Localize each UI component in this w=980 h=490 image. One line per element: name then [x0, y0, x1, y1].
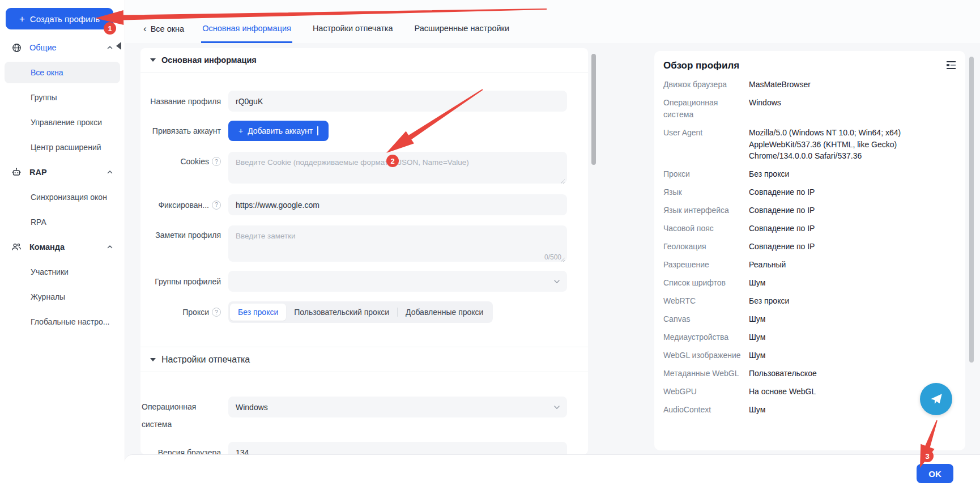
proxy-label: Прокси ?	[142, 301, 221, 323]
overview-row-label: Разрешение	[663, 259, 744, 271]
sidebar-section-label: Общие	[29, 43, 99, 52]
create-profile-button[interactable]: + Создать профиль	[6, 8, 113, 29]
cookies-textarea[interactable]	[228, 152, 567, 184]
sidebar-section-3-header[interactable]: Команда	[0, 235, 125, 259]
overview-row-value: Шум	[744, 277, 956, 289]
help-icon[interactable]: ?	[212, 157, 221, 166]
overview-row: Метаданные WebGLПользовательское	[663, 368, 956, 380]
robot-icon	[11, 167, 22, 177]
sidebar-item[interactable]: Участники	[0, 259, 125, 284]
text-cursor	[317, 126, 318, 135]
form-scrollbar-thumb[interactable]	[591, 54, 596, 165]
sidebar-item[interactable]: Глобальные настро...	[0, 309, 125, 334]
overview-row-value: Без прокси	[744, 168, 956, 180]
sidebar-item[interactable]: RPA	[0, 210, 125, 235]
overview-row-label: Прокси	[663, 168, 744, 180]
overview-row: Язык интерфейсаСовпадение по IP	[663, 204, 956, 216]
tab-1[interactable]: Основная информация	[201, 24, 292, 43]
os-select[interactable]: Windows	[228, 397, 567, 417]
profile-overview-panel: Обзор профиля Движок браузераMasMateBrow…	[654, 51, 965, 450]
overview-row: ГеолокацияСовпадение по IP	[663, 241, 956, 253]
overview-row: User AgentMozilla/5.0 (Windows NT 10.0; …	[663, 127, 956, 162]
overview-row-label: WebGL изображение	[663, 350, 744, 361]
sidebar-section-2-header[interactable]: RAP	[0, 160, 125, 185]
overview-row-value: Шум	[744, 350, 956, 361]
ok-button[interactable]: OK	[917, 464, 953, 483]
os-label: Операционная система	[142, 398, 210, 433]
sidebar-collapse-icon[interactable]	[116, 42, 121, 50]
resize-handle-icon[interactable]	[560, 179, 565, 184]
sidebar-nav: ОбщиеВсе окнаГруппыУправление проксиЦент…	[0, 35, 125, 334]
overview-row-value: Шум	[744, 331, 956, 343]
sidebar-item[interactable]: Группы	[0, 85, 125, 110]
overview-row-label: Язык интерфейса	[663, 204, 744, 216]
proxy-segmented-control: Без проксиПользовательский проксиДобавле…	[228, 301, 493, 323]
telegram-button[interactable]	[920, 383, 952, 415]
sidebar-section-1-header[interactable]: Общие	[0, 35, 125, 60]
resize-handle-icon[interactable]	[560, 257, 565, 262]
profile-name-input[interactable]	[228, 91, 567, 112]
overview-row-value: Пользовательское	[744, 368, 956, 380]
proxy-option-3[interactable]: Добавленные прокси	[398, 304, 491, 321]
overview-row-label: WebRTC	[663, 295, 744, 307]
profile-form-card: Основная информация Название профиля При…	[140, 48, 588, 454]
sidebar-item[interactable]: Все окна	[5, 62, 120, 83]
sidebar-item[interactable]: Синхронизация окон	[0, 185, 125, 210]
profile-groups-select[interactable]	[228, 271, 567, 292]
caret-down-icon	[150, 58, 156, 62]
footer-bar	[125, 454, 980, 490]
overview-row-value: Реальный	[744, 259, 956, 271]
proxy-option-2[interactable]: Пользовательский прокси	[286, 304, 397, 321]
overview-row: МедиаустройстваШум	[663, 331, 956, 343]
overview-row-value: Совпадение по IP	[744, 223, 956, 235]
tabs: Основная информацияНастройки отпечаткаРа…	[201, 24, 530, 43]
fixed-url-input[interactable]	[228, 194, 567, 215]
overview-row-label: AudioContext	[663, 404, 744, 416]
browser-version-input[interactable]	[228, 442, 567, 454]
sidebar-section-label: Команда	[29, 242, 99, 252]
help-icon[interactable]: ?	[212, 308, 221, 317]
notes-label: Заметки профиля	[142, 231, 221, 240]
sidebar-item[interactable]: Журналы	[0, 284, 125, 309]
overview-row: WebGPUНа основе WebGL	[663, 386, 956, 398]
list-collapse-icon[interactable]	[945, 59, 957, 71]
overview-row: ПроксиБез прокси	[663, 168, 956, 180]
tab-2[interactable]: Настройки отпечатка	[312, 24, 394, 43]
sidebar-item[interactable]: Управление прокси	[0, 110, 125, 135]
fixed-url-label: Фиксирован... ?	[142, 194, 221, 215]
chevron-up-icon	[106, 169, 113, 176]
paper-plane-icon	[929, 392, 944, 407]
overview-row-value: Mozilla/5.0 (Windows NT 10.0; Win64; x64…	[744, 127, 956, 162]
plus-icon: +	[238, 126, 243, 135]
chevron-up-icon	[106, 44, 113, 51]
tab-3[interactable]: Расширенные настройки	[414, 24, 511, 43]
overview-row: WebRTCБез прокси	[663, 295, 956, 307]
proxy-option-1[interactable]: Без прокси	[230, 304, 286, 321]
plus-icon: +	[19, 14, 25, 24]
chevron-down-icon	[553, 404, 560, 410]
team-icon	[11, 242, 22, 252]
profile-name-label: Название профиля	[142, 91, 221, 112]
notes-textarea[interactable]	[228, 225, 567, 262]
overview-row: CanvasШум	[663, 313, 956, 325]
back-to-all-windows-link[interactable]: ‹ Все окна	[143, 24, 184, 43]
overview-row: Список шрифтовШум	[663, 277, 956, 289]
window-scrollbar-thumb[interactable]	[969, 57, 974, 363]
overview-row-label: Движок браузера	[663, 79, 744, 91]
basic-info-title: Основная информация	[161, 56, 257, 65]
add-account-button[interactable]: + Добавить аккаунт	[228, 121, 329, 141]
cookies-label: Cookies ?	[142, 157, 221, 166]
overview-row-label: Операционная система	[663, 97, 744, 121]
fingerprint-section-header[interactable]: Настройки отпечатка	[140, 347, 588, 372]
overview-row: Часовой поясСовпадение по IP	[663, 223, 956, 235]
basic-info-section-header[interactable]: Основная информация	[140, 48, 588, 73]
chevron-left-icon: ‹	[143, 26, 147, 32]
overview-row: Операционная системаWindows	[663, 97, 956, 121]
sidebar-item[interactable]: Центр расширений	[0, 135, 125, 160]
browser-version-label: Версия браузера	[142, 442, 221, 454]
notes-counter: 0/500	[544, 253, 561, 261]
sidebar: + Создать профиль ОбщиеВсе окнаГруппыУпр…	[0, 0, 125, 490]
fingerprint-title: Настройки отпечатка	[161, 355, 250, 365]
profile-groups-label: Группы профилей	[142, 271, 221, 292]
help-icon[interactable]: ?	[212, 201, 221, 210]
